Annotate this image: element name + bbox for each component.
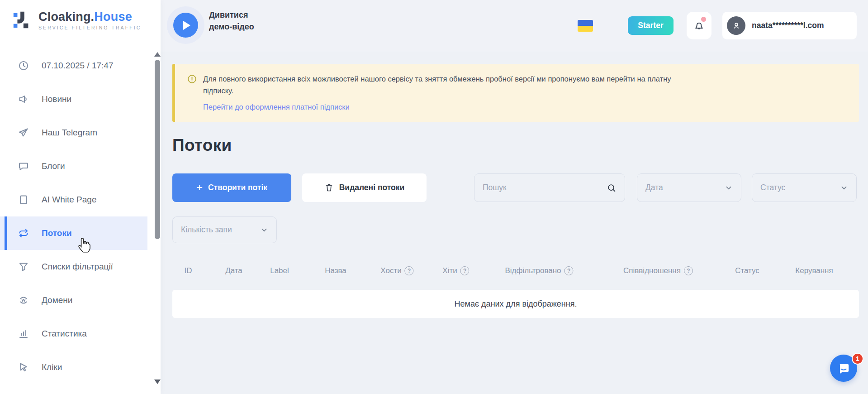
table-header: ID Дата Label Назва Хости? Хіти? Відфіль… xyxy=(172,262,859,282)
bar-chart-icon xyxy=(18,328,29,339)
sidebar-item-blogs[interactable]: Блоги xyxy=(0,149,147,183)
trash-icon xyxy=(324,183,334,192)
column-header-hits: Хіти? xyxy=(442,266,469,275)
notifications-button[interactable] xyxy=(687,12,711,39)
sidebar-item-streams[interactable]: Потоки xyxy=(0,216,147,250)
column-header-label: Label xyxy=(270,266,289,275)
column-label: Співвідношення xyxy=(623,266,681,275)
notification-dot xyxy=(701,17,706,22)
page-title: Потоки xyxy=(172,136,232,155)
brand-primary: Cloaking. xyxy=(38,10,94,24)
create-stream-label: Створити потік xyxy=(208,183,267,192)
search-field xyxy=(474,173,625,202)
play-icon xyxy=(183,21,190,30)
sidebar-item-label: Домени xyxy=(42,295,72,305)
sidebar-item-filter-lists[interactable]: Списки фільтрації xyxy=(0,250,147,283)
cursor-arrow-icon xyxy=(18,362,29,373)
chat-messenger-icon xyxy=(837,361,850,375)
column-label: Статус xyxy=(735,266,759,275)
user-account-button[interactable]: naata**********l.com xyxy=(722,12,857,39)
plus-icon: + xyxy=(196,182,203,193)
app-root: Cloaking.House SERVICE FILTERING TRAFFIC… xyxy=(0,0,868,394)
brand-accent: House xyxy=(94,10,132,24)
date-filter-select[interactable]: Дата xyxy=(637,173,741,202)
sidebar-item-ai-white-page[interactable]: AI White Page xyxy=(0,183,147,216)
scrollbar-thumb[interactable] xyxy=(155,60,160,239)
logo[interactable]: Cloaking.House SERVICE FILTERING TRAFFIC xyxy=(12,10,141,31)
sidebar-nav: 07.10.2025 / 17:47 Новини Наш Telegram Б… xyxy=(0,49,147,384)
column-label: Дата xyxy=(225,266,242,275)
column-label: Відфільтровано xyxy=(505,266,561,275)
search-input[interactable] xyxy=(483,183,607,192)
main-area: Дивитися демо-відео Starter naata*******… xyxy=(161,0,868,394)
logo-text: Cloaking.House SERVICE FILTERING TRAFFIC xyxy=(38,10,141,30)
column-header-ratio: Співвідношення? xyxy=(623,266,693,275)
flag-blue-stripe xyxy=(578,20,593,26)
sidebar-item-label: Наш Telegram xyxy=(42,128,97,138)
globe-w-icon xyxy=(18,295,29,306)
person-icon xyxy=(731,21,741,31)
sidebar-item-telegram[interactable]: Наш Telegram xyxy=(0,116,147,149)
help-icon[interactable]: ? xyxy=(460,266,470,275)
scrollbar-down-arrow[interactable] xyxy=(154,380,161,384)
user-email: naata**********l.com xyxy=(752,21,824,30)
column-label: Назва xyxy=(325,266,346,275)
column-header-date: Дата xyxy=(225,266,242,275)
chat-bubble-icon xyxy=(18,161,29,172)
sidebar-item-label: AI White Page xyxy=(42,195,96,205)
sidebar-item-label: 07.10.2025 / 17:47 xyxy=(42,61,113,71)
banner-text: Для повного використання всіх можливосте… xyxy=(203,73,671,96)
column-header-actions: Керування xyxy=(795,266,833,275)
status-filter-select[interactable]: Статус xyxy=(752,173,857,202)
table-empty-state: Немає даних для відображення. xyxy=(172,290,859,318)
column-label: ID xyxy=(185,266,192,275)
sidebar-item-date[interactable]: 07.10.2025 / 17:47 xyxy=(0,49,147,82)
language-flag-ukraine[interactable] xyxy=(578,20,593,32)
chevron-down-icon xyxy=(840,184,848,192)
deleted-streams-button[interactable]: Видалені потоки xyxy=(302,173,427,202)
page-icon xyxy=(18,194,29,205)
sidebar: Cloaking.House SERVICE FILTERING TRAFFIC… xyxy=(0,0,161,394)
column-header-filtered: Відфільтровано? xyxy=(505,266,573,275)
deleted-streams-label: Видалені потоки xyxy=(339,183,405,192)
sidebar-item-domains[interactable]: Домени xyxy=(0,283,147,317)
column-label: Label xyxy=(270,266,289,275)
column-header-name: Назва xyxy=(325,266,346,275)
chevron-down-icon xyxy=(725,184,733,192)
sidebar-item-label: Статистика xyxy=(42,329,87,339)
help-icon[interactable]: ? xyxy=(405,266,414,275)
flag-yellow-stripe xyxy=(578,26,593,32)
plan-badge[interactable]: Starter xyxy=(628,16,674,35)
demo-video-play-button[interactable] xyxy=(173,13,198,38)
avatar xyxy=(727,16,745,35)
sidebar-item-clicks[interactable]: Кліки xyxy=(0,351,147,384)
sync-icon xyxy=(18,228,29,239)
brand-name: Cloaking.House xyxy=(38,10,141,23)
sidebar-item-statistics[interactable]: Статистика xyxy=(0,317,147,351)
records-count-select[interactable]: Кількість запи xyxy=(172,216,277,243)
create-stream-button[interactable]: + Створити потік xyxy=(172,173,291,202)
clock-icon xyxy=(18,60,29,71)
sidebar-item-label: Блоги xyxy=(42,161,65,171)
chat-unread-badge[interactable]: 1 xyxy=(852,353,863,365)
scrollbar-up-arrow[interactable] xyxy=(154,52,161,57)
column-header-id: ID xyxy=(185,266,192,275)
upgrade-subscription-link[interactable]: Перейти до оформлення платної підписки xyxy=(203,103,350,111)
banner-text-line1: Для повного використання всіх можливосте… xyxy=(203,73,671,85)
column-header-status: Статус xyxy=(735,266,759,275)
brand-tagline: SERVICE FILTERING TRAFFIC xyxy=(38,25,141,30)
column-header-hosts: Хости? xyxy=(380,266,413,275)
telegram-icon xyxy=(18,127,29,138)
chevron-down-icon xyxy=(260,226,268,234)
demo-video-label-line1: Дивитися xyxy=(209,9,254,21)
search-icon[interactable] xyxy=(607,183,617,193)
column-label: Хіти xyxy=(442,266,457,275)
sidebar-item-label: Списки фільтрації xyxy=(42,262,113,272)
sidebar-item-news[interactable]: Новини xyxy=(0,82,147,116)
help-icon[interactable]: ? xyxy=(564,266,574,275)
logo-icon xyxy=(12,10,33,31)
help-icon[interactable]: ? xyxy=(684,266,693,275)
status-filter-placeholder: Статус xyxy=(760,183,785,192)
warning-circle-icon xyxy=(187,74,197,84)
demo-video-label[interactable]: Дивитися демо-відео xyxy=(209,9,254,33)
